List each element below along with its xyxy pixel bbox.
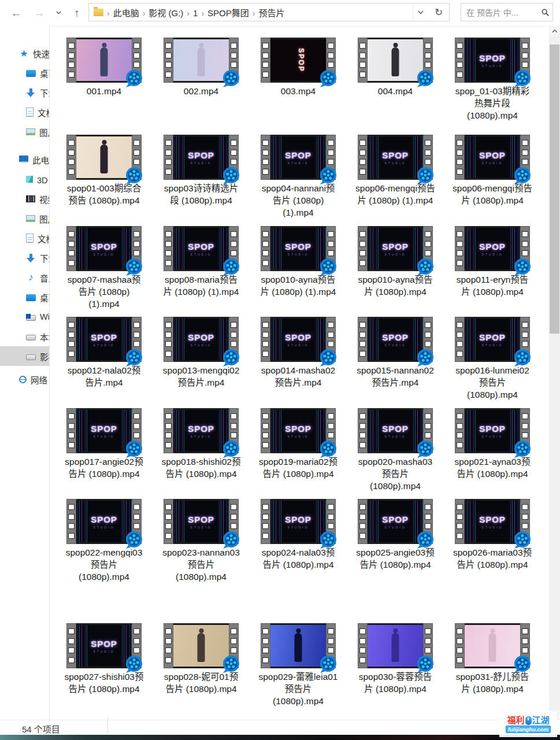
sidebar-item[interactable]: 下载 xyxy=(0,248,49,268)
spop-logo-title: SPOP xyxy=(285,332,311,342)
recent-locations-chevron-icon[interactable] xyxy=(53,5,64,20)
sidebar-item[interactable]: 本地磁盘 (D:) xyxy=(0,327,49,346)
filmstrip-holes-left xyxy=(261,135,270,180)
sidebar-item[interactable]: 图片 xyxy=(0,209,49,228)
file-name: spop027-shishi03预告片 (1080p).mp4 xyxy=(64,671,144,695)
sidebar-item[interactable]: 此电脑 xyxy=(0,150,49,169)
search-box[interactable]: 在 预告片 中... xyxy=(461,3,553,21)
forward-button[interactable]: → xyxy=(32,5,47,20)
spop-logo: SPOP STUDIO xyxy=(368,410,423,452)
filmstrip-holes-left xyxy=(358,408,368,453)
spop-logo: SPOP STUDIO xyxy=(173,410,229,452)
video-thumbnail xyxy=(358,623,433,668)
file-name: 004.mp4 xyxy=(355,85,435,97)
sidebar-item[interactable]: 文档 xyxy=(0,228,49,248)
network-icon xyxy=(19,376,27,383)
sidebar-item[interactable]: Windows (C:) xyxy=(0,307,49,327)
breadcrumb-item[interactable]: 此电脑 xyxy=(113,8,139,18)
file-name: spop017-angie02预告片 (1080p).mp4 xyxy=(64,456,144,480)
video-thumbnail: SPOP STUDIO xyxy=(455,408,530,453)
sidebar-item[interactable]: 快速访问 xyxy=(0,43,49,63)
spop-logo-title: SPOP xyxy=(188,150,214,160)
filmstrip-holes-left xyxy=(66,317,76,362)
video-icon xyxy=(26,195,35,202)
pictures-icon xyxy=(26,128,35,135)
video-thumbnail: SPOP STUDIO xyxy=(455,499,530,544)
sidebar-item[interactable]: 下载 xyxy=(0,83,49,102)
file-name: spop029-蕾雅leia01预告片 (1080p).mp4 xyxy=(258,671,338,707)
spop-logo-subtitle: STUDIO xyxy=(482,253,503,256)
breadcrumb-chevron-icon: › xyxy=(107,9,110,18)
file-name: spop023-nannan03预告片 (1080p).mp4 xyxy=(161,546,241,583)
filmstrip-holes-left xyxy=(164,499,173,544)
sidebar-item[interactable]: 图片 xyxy=(0,122,49,142)
video-thumbnail: SPOP STUDIO xyxy=(358,408,433,453)
spop-logo-subtitle: STUDIO xyxy=(288,435,309,438)
sidebar-item[interactable]: 音乐 xyxy=(0,268,49,287)
spop-logo-subtitle: STUDIO xyxy=(191,253,212,256)
sidebar-item[interactable]: 3D 对象 xyxy=(0,169,49,189)
site-watermark: 福利 江湖 fulijianghu.com xyxy=(499,712,557,737)
video-thumbnail: SPOP STUDIO xyxy=(164,499,239,544)
file-name: 003.mp4 xyxy=(258,85,338,97)
sidebar-item[interactable]: 桌面 xyxy=(0,63,49,83)
filmstrip-holes-left xyxy=(261,499,270,544)
spop-logo-title: SPOP xyxy=(188,424,214,434)
spop-logo-title: SPOP xyxy=(285,424,311,434)
breadcrumb-chevron-icon: › xyxy=(143,9,146,18)
file-name: spop06-mengqi预告片 (1080p) (1).mp4 xyxy=(355,182,435,206)
spop-logo: SPOP STUDIO xyxy=(173,136,229,178)
sidebar-item[interactable]: 网络 xyxy=(0,369,49,389)
breadcrumb-item[interactable]: SPOP舞团 xyxy=(207,8,249,18)
thumbnail-frame: SPOP STUDIO xyxy=(76,408,132,453)
breadcrumb-chevron-icon: › xyxy=(201,9,204,18)
thumbnail-frame: SPOP STUDIO xyxy=(270,135,326,180)
dancer-figure xyxy=(198,633,205,662)
spop-vertical-logo: SPOP xyxy=(297,48,305,72)
sidebar-item-label: 此电脑 xyxy=(32,154,49,166)
scroll-up-arrow-icon[interactable] xyxy=(549,26,560,36)
document-icon xyxy=(26,234,34,243)
up-button[interactable]: ↑ xyxy=(69,5,84,20)
sidebar-item-label: 本地磁盘 (D:) xyxy=(40,331,49,343)
filmstrip-holes-left xyxy=(358,317,368,362)
file-name: spop012-nala02预告片.mp4 xyxy=(64,364,144,388)
vertical-scrollbar[interactable] xyxy=(549,26,560,720)
sidebar-item[interactable]: 视频 xyxy=(0,189,49,209)
scrollbar-thumb[interactable] xyxy=(550,45,559,334)
sidebar-item-label: 快速访问 xyxy=(33,47,49,60)
sidebar-item[interactable]: 影视 (G:) xyxy=(0,346,49,366)
breadcrumb-item[interactable]: 1 xyxy=(193,8,198,18)
sidebar-item[interactable]: 桌面 xyxy=(0,287,49,307)
back-button[interactable]: ← xyxy=(9,5,24,20)
address-bar[interactable]: ›此电脑›影视 (G:)›1›SPOP舞团›预告片 xyxy=(88,3,429,21)
thumbnail-frame: SPOP STUDIO xyxy=(368,499,423,544)
spop-logo: SPOP STUDIO xyxy=(270,228,326,269)
dancer-figure xyxy=(392,633,399,662)
search-icon[interactable] xyxy=(542,9,549,16)
filmstrip-holes-left xyxy=(261,623,270,668)
thumbnail-frame: SPOP STUDIO xyxy=(76,499,132,544)
file-name: spop013-mengqi02预告片.mp4 xyxy=(161,364,241,388)
file-name: spop021-ayna03预告片 (1080p).mp4 xyxy=(453,456,532,480)
spop-logo: SPOP STUDIO xyxy=(270,319,326,360)
breadcrumb-item[interactable]: 预告片 xyxy=(258,8,284,18)
video-thumbnail: SPOP STUDIO xyxy=(261,499,336,544)
spop-logo-subtitle: STUDIO xyxy=(94,343,115,347)
video-thumbnail xyxy=(261,623,336,668)
file-name: spop015-nannan02预告片.mp4 xyxy=(355,364,435,388)
breadcrumb-item[interactable]: 影视 (G:) xyxy=(149,8,183,18)
spop-logo-subtitle: STUDIO xyxy=(94,253,115,256)
refresh-button[interactable]: ↻ xyxy=(428,3,450,21)
address-dropdown-chevron-icon[interactable] xyxy=(413,3,428,21)
thumbnail-frame xyxy=(76,135,132,180)
thumbnail-frame xyxy=(270,623,326,668)
file-name: spop010-ayna预告片 (1080p) (1).mp4 xyxy=(258,273,338,298)
video-thumbnail: SPOP STUDIO xyxy=(455,226,530,271)
spop-logo-subtitle: STUDIO xyxy=(288,161,309,165)
thumbnail-frame xyxy=(173,38,229,83)
pictures-icon xyxy=(26,215,35,222)
sidebar-item[interactable]: 文档 xyxy=(0,102,49,122)
dancer-figure xyxy=(198,47,205,76)
file-name: spop025-angie03预告片 (1080p).mp4 xyxy=(355,546,435,571)
